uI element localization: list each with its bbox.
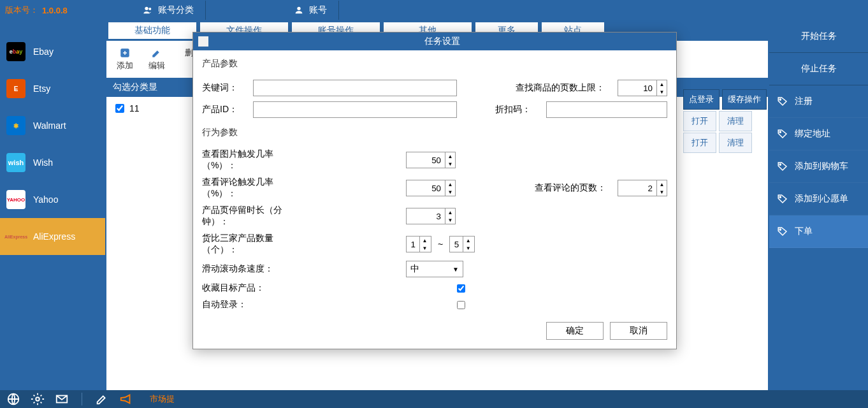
dialog-titlebar[interactable]: 任务设置 [193, 33, 676, 50]
dialog-title: 任务设置 [213, 36, 671, 47]
svg-point-8 [779, 229, 781, 230]
cancel-button[interactable]: 取消 [610, 322, 667, 340]
add-button[interactable]: 添加 [110, 45, 140, 74]
up-arrow-icon[interactable]: ▲ [445, 208, 455, 216]
image-trigger-spinner[interactable]: ▲▼ [406, 152, 456, 168]
review-pages-value[interactable] [618, 180, 656, 196]
cell-open-2[interactable]: 打开 [683, 133, 716, 153]
favorite-target-label: 收藏目标产品： [202, 282, 304, 294]
compare-min-spinner[interactable]: ▲▼ [406, 236, 431, 252]
keyword-label: 关键词： [202, 82, 247, 94]
up-arrow-icon[interactable]: ▲ [657, 180, 667, 188]
review-pages-spinner[interactable]: ▲▼ [618, 180, 667, 196]
down-arrow-icon[interactable]: ▼ [445, 188, 455, 196]
scroll-speed-select[interactable]: 中 ▼ [406, 261, 463, 277]
review-trigger-value[interactable] [407, 180, 445, 196]
compare-max-spinner[interactable]: ▲▼ [449, 236, 475, 252]
image-trigger-label: 查看图片触发几率（%）： [202, 149, 304, 171]
start-task-button[interactable]: 开始任务 [769, 20, 868, 53]
up-arrow-icon[interactable]: ▲ [657, 80, 667, 88]
svg-point-0 [145, 7, 148, 10]
down-arrow-icon[interactable]: ▼ [657, 88, 667, 96]
discount-label: 折扣码： [495, 104, 540, 115]
review-trigger-label: 查看评论触发几率（%）： [202, 177, 304, 200]
stop-task-button[interactable]: 停止任务 [769, 53, 868, 85]
action-bind-address[interactable]: 绑定地址 [769, 118, 868, 150]
tab-label: 账号分类 [158, 4, 194, 16]
tab-account-category[interactable]: 账号分类 [131, 1, 206, 20]
tab-account[interactable]: 账号 [282, 1, 339, 20]
cell-open-1[interactable]: 打开 [683, 111, 716, 131]
center-tab-basic[interactable]: 基础功能 [108, 22, 197, 40]
globe-icon[interactable] [6, 392, 20, 406]
up-arrow-icon[interactable]: ▲ [445, 180, 455, 188]
auto-login-label: 自动登录： [202, 299, 304, 310]
image-trigger-value[interactable] [407, 152, 445, 168]
auto-login-checkbox[interactable] [457, 301, 465, 309]
col-cache-op: 缓存操作 [722, 89, 767, 110]
cell-clear-2[interactable]: 清理 [719, 133, 752, 153]
platform-walmart[interactable]: ✱ Walmart [0, 107, 105, 144]
platform-etsy[interactable]: E Etsy [0, 70, 105, 107]
down-arrow-icon[interactable]: ▼ [445, 160, 455, 168]
review-trigger-spinner[interactable]: ▲▼ [406, 180, 456, 196]
stay-duration-label: 产品页停留时长（分钟）： [202, 205, 304, 228]
gear-icon[interactable] [31, 392, 45, 406]
down-arrow-icon[interactable]: ▼ [463, 244, 473, 252]
stay-duration-value[interactable] [407, 208, 445, 224]
tag-icon [777, 193, 788, 205]
status-bar: 市场提 [0, 390, 868, 408]
yahoo-icon: YAHOO [6, 190, 25, 209]
platform-wish[interactable]: wish Wish [0, 144, 105, 181]
tag-icon [777, 226, 788, 237]
platform-label: AliExpress [33, 231, 75, 242]
plus-icon [119, 47, 131, 59]
product-id-input[interactable] [253, 101, 457, 118]
svg-point-10 [36, 397, 40, 401]
svg-point-6 [779, 164, 781, 165]
down-arrow-icon[interactable]: ▼ [445, 216, 455, 224]
up-arrow-icon[interactable]: ▲ [463, 237, 473, 244]
down-arrow-icon[interactable]: ▼ [657, 188, 667, 196]
svg-point-7 [779, 196, 781, 198]
compare-min-value[interactable] [407, 237, 419, 252]
favorite-target-checkbox[interactable] [457, 284, 465, 293]
keyword-input[interactable] [253, 80, 457, 96]
scroll-speed-label: 滑动滚动条速度： [202, 263, 304, 275]
action-add-wishlist[interactable]: 添加到心愿单 [769, 183, 868, 215]
down-arrow-icon[interactable]: ▼ [420, 244, 430, 252]
compare-max-value[interactable] [450, 237, 463, 252]
mail-icon[interactable] [55, 392, 69, 406]
platform-label: Wish [33, 157, 53, 168]
up-arrow-icon[interactable]: ▲ [445, 152, 455, 160]
platform-label: Walmart [33, 120, 66, 131]
stay-duration-spinner[interactable]: ▲▼ [406, 208, 456, 224]
ok-button[interactable]: 确定 [546, 322, 604, 340]
platform-aliexpress[interactable]: AliExpress AliExpress [0, 218, 105, 255]
review-pages-label: 查看评论的页数： [535, 182, 611, 194]
platform-yahoo[interactable]: YAHOO Yahoo [0, 181, 105, 218]
max-pages-spinner[interactable]: ▲▼ [618, 80, 667, 96]
action-register[interactable]: 注册 [769, 85, 868, 118]
up-arrow-icon[interactable]: ▲ [420, 237, 430, 244]
platform-label: Ebay [33, 47, 54, 57]
megaphone-icon[interactable] [119, 392, 133, 406]
cell-clear-1[interactable]: 清理 [719, 111, 752, 131]
platform-ebay[interactable]: ebay Ebay [0, 33, 105, 70]
category-header-text: 勾选分类显 [113, 82, 157, 93]
edit-button[interactable]: 编辑 [142, 45, 171, 74]
product-id-label: 产品ID： [202, 104, 247, 115]
action-order[interactable]: 下单 [769, 215, 868, 248]
user-icon [294, 5, 304, 15]
max-pages-value[interactable] [618, 80, 656, 96]
action-label: 添加到心愿单 [795, 193, 848, 205]
discount-input[interactable] [546, 101, 667, 118]
tab-label: 账号 [309, 4, 327, 16]
bottom-notice: 市场提 [150, 393, 175, 405]
action-add-cart[interactable]: 添加到购物车 [769, 150, 868, 183]
pencil-icon[interactable] [95, 392, 109, 406]
svg-point-4 [779, 99, 781, 100]
aliexpress-icon: AliExpress [6, 227, 25, 246]
platform-label: Etsy [33, 84, 50, 94]
list-checkbox[interactable] [115, 104, 124, 113]
